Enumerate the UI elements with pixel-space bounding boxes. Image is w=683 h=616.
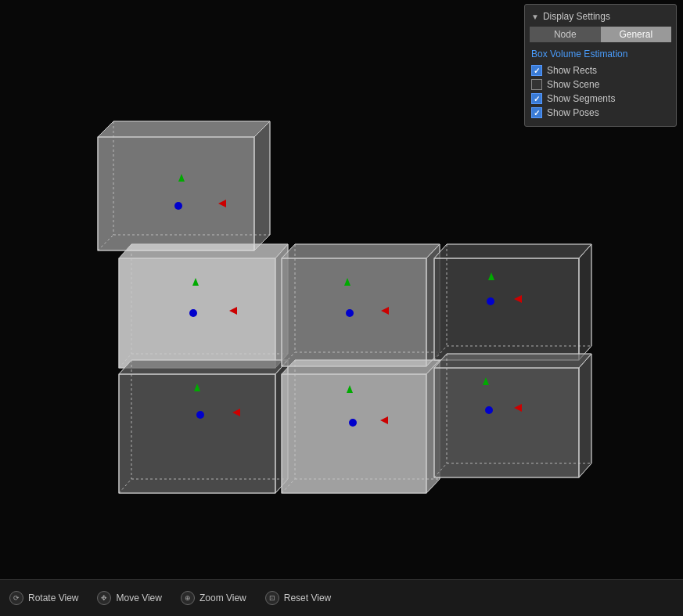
svg-marker-91	[434, 368, 579, 477]
tool-reset-view[interactable]: ⊡ Reset View	[265, 591, 331, 605]
label-show-segments: Show Segments	[547, 93, 615, 104]
zoom-view-label: Zoom View	[200, 593, 246, 603]
svg-marker-61	[282, 374, 426, 493]
svg-point-59	[346, 309, 354, 317]
checkbox-show-poses[interactable]	[531, 107, 542, 118]
box-middle-left	[119, 244, 288, 368]
box-right-bottom	[434, 354, 591, 477]
checkbox-row-show-poses: Show Poses	[525, 106, 676, 120]
checkbox-row-show-rects: Show Rects	[525, 63, 676, 77]
reset-view-label: Reset View	[284, 593, 331, 603]
box-bottom-left	[119, 360, 288, 493]
svg-marker-62	[282, 360, 440, 374]
zoom-view-icon: ⊕	[181, 591, 195, 605]
svg-point-44	[196, 411, 204, 419]
move-view-icon: ✥	[97, 591, 111, 605]
section-label: Box Volume Estimation	[525, 47, 676, 63]
svg-marker-78	[579, 244, 591, 360]
svg-marker-47	[282, 244, 440, 258]
svg-marker-32	[119, 360, 288, 374]
tab-row: Node General	[530, 27, 671, 42]
checkbox-row-show-segments: Show Segments	[525, 92, 676, 106]
svg-marker-31	[119, 374, 275, 493]
panel-title-text: Display Settings	[543, 11, 610, 22]
panel-title: ▼ Display Settings	[525, 9, 676, 27]
box-middle-center	[282, 244, 440, 366]
svg-marker-46	[282, 258, 426, 366]
label-show-rects: Show Rects	[547, 65, 597, 76]
tool-zoom-view[interactable]: ⊕ Zoom View	[181, 591, 246, 605]
box-bottom-center	[282, 360, 440, 493]
bottom-toolbar: ⟳ Rotate View ✥ Move View ⊕ Zoom View ⊡ …	[0, 579, 683, 616]
label-show-scene: Show Scene	[547, 79, 599, 90]
svg-point-29	[189, 309, 197, 317]
display-settings-panel: ▼ Display Settings Node General Box Volu…	[524, 4, 677, 127]
checkbox-show-segments[interactable]	[531, 93, 542, 104]
svg-marker-3	[254, 121, 270, 250]
svg-point-14	[174, 202, 182, 210]
reset-view-icon: ⊡	[265, 591, 279, 605]
svg-marker-92	[434, 354, 591, 368]
rotate-view-icon: ⟳	[9, 591, 23, 605]
checkbox-show-scene[interactable]	[531, 79, 542, 90]
tab-general[interactable]: General	[601, 27, 672, 42]
svg-marker-1	[98, 137, 254, 250]
tool-rotate-view[interactable]: ⟳ Rotate View	[9, 591, 78, 605]
box-right-top	[434, 244, 591, 360]
checkbox-show-rects[interactable]	[531, 65, 542, 76]
label-show-poses: Show Poses	[547, 107, 599, 118]
svg-marker-17	[119, 244, 288, 258]
svg-marker-77	[434, 244, 591, 258]
svg-marker-2	[98, 121, 270, 137]
svg-point-89	[487, 297, 494, 305]
svg-marker-93	[579, 354, 591, 477]
tab-node[interactable]: Node	[530, 27, 601, 42]
svg-point-74	[349, 419, 357, 427]
svg-marker-76	[434, 258, 579, 360]
tool-move-view[interactable]: ✥ Move View	[97, 591, 161, 605]
collapse-icon: ▼	[531, 13, 539, 21]
box-top-left	[98, 121, 270, 250]
rotate-view-label: Rotate View	[28, 593, 78, 603]
svg-point-104	[485, 406, 493, 414]
checkbox-row-show-scene: Show Scene	[525, 77, 676, 92]
move-view-label: Move View	[116, 593, 161, 603]
